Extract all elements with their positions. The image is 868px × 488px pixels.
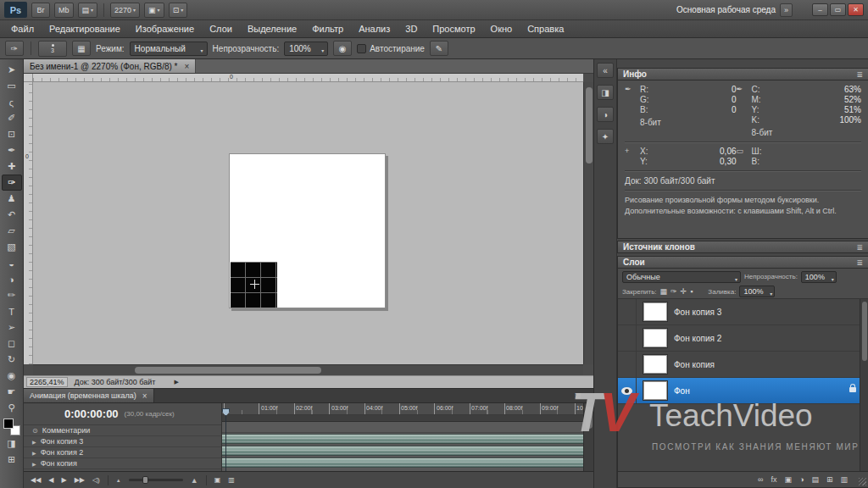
- horizontal-scrollbar[interactable]: [33, 364, 583, 375]
- chevron-right-icon[interactable]: ▶: [32, 439, 36, 445]
- brush-size-picker[interactable]: 3: [38, 41, 67, 57]
- menu-filter[interactable]: Фильтр: [304, 20, 351, 37]
- arrange-documents-button[interactable]: ▣▾: [144, 3, 164, 18]
- quick-mask-button[interactable]: ◨: [2, 435, 22, 452]
- menu-3d[interactable]: 3D: [398, 20, 425, 37]
- zoom-out-icon[interactable]: ▲: [116, 478, 121, 483]
- panel-menu-icon[interactable]: ≣: [856, 70, 863, 79]
- adjustments-panel-icon[interactable]: ◑: [597, 107, 614, 122]
- mini-bridge-button[interactable]: Mb: [54, 3, 74, 18]
- layers-fill-field[interactable]: 100% ▾: [739, 286, 775, 297]
- airbrush-toggle-button[interactable]: ◉: [333, 41, 352, 56]
- layer-thumbnail[interactable]: [643, 329, 667, 347]
- resize-grip[interactable]: [859, 478, 866, 485]
- document-tab[interactable]: Без имени-1 @ 2270% (Фон, RGB/8) * ×: [24, 59, 196, 73]
- eraser-tool[interactable]: ▱: [2, 223, 22, 239]
- zoom-level-select[interactable]: 2270▾: [110, 3, 140, 18]
- timeline-ruler[interactable]: 01:00f 02:00f 03:00f 04:00f 05:00f 06:00…: [222, 403, 583, 415]
- hand-tool[interactable]: ☛: [2, 384, 22, 400]
- scrollbar-thumb[interactable]: [586, 87, 593, 164]
- visibility-toggle[interactable]: [618, 378, 637, 404]
- shape-tool[interactable]: ◻: [2, 336, 22, 352]
- menu-view[interactable]: Просмотр: [425, 20, 482, 37]
- next-frame-button[interactable]: ▶▶: [75, 476, 85, 484]
- layer-duration-bar[interactable]: [222, 446, 583, 456]
- layer-effects-icon[interactable]: fx: [771, 475, 776, 484]
- move-tool[interactable]: ➤: [2, 62, 22, 78]
- bridge-button[interactable]: Br: [31, 3, 50, 18]
- history-brush-tool[interactable]: ↶: [2, 207, 22, 223]
- scrollbar-thumb[interactable]: [862, 302, 867, 361]
- minimize-button[interactable]: –: [812, 3, 828, 16]
- play-button[interactable]: ▶: [61, 476, 66, 484]
- panel-menu-icon[interactable]: ≣: [856, 258, 863, 267]
- timeline-row-layer[interactable]: ▶ Фон копия 2: [24, 447, 221, 458]
- canvas[interactable]: [33, 82, 583, 364]
- layer-mask-icon[interactable]: ▣: [784, 475, 792, 484]
- status-zoom-field[interactable]: 2265,41%: [26, 377, 68, 387]
- dodge-tool[interactable]: ◑: [2, 271, 22, 287]
- layer-duration-bar[interactable]: [222, 434, 583, 444]
- zoom-tool[interactable]: ⚲: [2, 400, 22, 416]
- link-layers-icon[interactable]: ∞: [758, 475, 763, 484]
- layer-name[interactable]: Фон копия 3: [674, 308, 721, 317]
- brush-tool[interactable]: ✑: [2, 175, 22, 191]
- gradient-tool[interactable]: ▧: [2, 239, 22, 255]
- delete-keyframe-button[interactable]: ▥: [228, 476, 235, 484]
- layer-row[interactable]: Фон копия 3: [618, 299, 868, 325]
- timeline-tab[interactable]: Анимация (временная шкала) ×: [24, 389, 154, 402]
- layer-duration-bar[interactable]: [222, 458, 583, 468]
- visibility-toggle[interactable]: [618, 299, 637, 325]
- work-area-bar[interactable]: [222, 415, 583, 422]
- layer-thumbnail[interactable]: [643, 381, 667, 400]
- chevron-right-icon[interactable]: ▶: [32, 450, 36, 456]
- opacity-select[interactable]: 100% ▾: [284, 42, 328, 56]
- path-selection-tool[interactable]: ➢: [2, 319, 22, 336]
- eyedropper-tool[interactable]: ✒: [2, 142, 22, 158]
- rotate-view-tool[interactable]: ↻: [2, 352, 22, 368]
- styles-panel-icon[interactable]: ✦: [597, 129, 614, 144]
- timeline-zoom-slider[interactable]: [129, 479, 183, 481]
- timeline-row-layer[interactable]: ▶ Фон копия 3: [24, 436, 221, 447]
- panel-menu-icon[interactable]: ≣: [856, 243, 863, 252]
- foreground-color-swatch[interactable]: [3, 419, 14, 429]
- document-page[interactable]: [229, 153, 386, 308]
- layer-thumbnail[interactable]: [643, 355, 667, 374]
- delete-layer-icon[interactable]: ▥: [840, 475, 848, 484]
- previous-frame-button[interactable]: ◀: [48, 476, 53, 484]
- status-menu-icon[interactable]: ▶: [174, 379, 178, 385]
- painted-pixels[interactable]: [231, 262, 277, 308]
- menu-image[interactable]: Изображение: [128, 20, 202, 37]
- tool-preset-picker[interactable]: ✑: [5, 41, 24, 56]
- lock-all-icon[interactable]: ▪: [690, 287, 693, 296]
- close-button[interactable]: ✕: [848, 3, 864, 16]
- screen-mode-button[interactable]: ⊡▾: [169, 3, 188, 18]
- clone-stamp-tool[interactable]: ♟: [2, 191, 22, 207]
- go-to-first-frame-button[interactable]: ◀◀: [31, 476, 41, 484]
- layer-thumbnail[interactable]: [643, 302, 667, 321]
- slider-thumb[interactable]: [142, 476, 148, 484]
- menu-edit[interactable]: Редактирование: [42, 20, 128, 37]
- collapse-dock-icon[interactable]: «: [597, 63, 614, 78]
- marquee-tool[interactable]: ▭: [2, 78, 22, 94]
- layer-row-selected[interactable]: Фон: [618, 378, 868, 404]
- menu-help[interactable]: Справка: [520, 20, 571, 37]
- scrollbar-thumb[interactable]: [586, 407, 593, 429]
- layers-scrollbar[interactable]: [860, 299, 868, 471]
- lasso-tool[interactable]: ς: [2, 94, 22, 110]
- layers-blend-mode-select[interactable]: Обычные ▾: [622, 271, 741, 283]
- workspace-switcher-button[interactable]: »: [780, 3, 793, 17]
- layer-row[interactable]: Фон копия 2: [618, 325, 868, 352]
- adjustment-layer-icon[interactable]: ◑: [799, 475, 804, 484]
- toggle-onion-skins-button[interactable]: ▣: [214, 476, 221, 484]
- view-extras-button[interactable]: ▤▾: [78, 3, 98, 18]
- new-layer-icon[interactable]: ⊞: [826, 475, 833, 484]
- visibility-toggle[interactable]: [618, 352, 637, 378]
- close-icon[interactable]: ×: [185, 62, 190, 71]
- vertical-scrollbar[interactable]: [583, 82, 593, 364]
- info-panel-header[interactable]: Инфо ≣: [617, 68, 868, 80]
- auto-erase-checkbox[interactable]: Автостирание: [357, 44, 425, 53]
- 3d-orbit-tool[interactable]: ◉: [2, 368, 22, 384]
- lock-pixels-icon[interactable]: ✑: [670, 287, 677, 296]
- layer-row[interactable]: Фон копия: [618, 352, 868, 378]
